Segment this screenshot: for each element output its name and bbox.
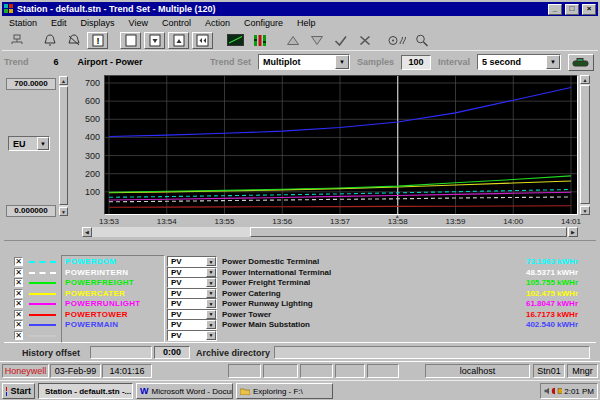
parameter-select[interactable]: PV▼ — [167, 309, 217, 320]
menu-item-station[interactable]: Station — [2, 18, 44, 28]
chevron-down-icon[interactable]: ▼ — [206, 278, 216, 287]
menu-item-help[interactable]: Help — [290, 18, 323, 28]
chevron-down-icon[interactable]: ▼ — [206, 268, 216, 277]
raise-button[interactable] — [282, 32, 303, 49]
tray-input-icon[interactable] — [557, 387, 562, 395]
chart-vertical-scrollbar[interactable]: ▲ ▼ — [580, 75, 590, 215]
taskbar-task-station[interactable]: Station - default.stn -... — [38, 383, 133, 399]
scrollbar-thumb[interactable] — [580, 85, 590, 204]
start-button[interactable]: Start — [2, 383, 35, 399]
pen-checkbox[interactable]: ✕ — [14, 320, 23, 329]
samples-input[interactable]: 100 — [401, 55, 431, 70]
parameter-select[interactable]: PV▼ — [167, 319, 217, 330]
trend-display-button[interactable] — [225, 32, 246, 49]
y-axis-label: 500 — [72, 114, 100, 124]
lower-button[interactable] — [306, 32, 327, 49]
parameter-select[interactable]: PV▼ — [167, 330, 217, 341]
volume-icon[interactable] — [544, 387, 549, 395]
pen-checkbox[interactable]: ✕ — [14, 257, 23, 266]
trend-set-select[interactable]: Multiplot ▼ — [258, 54, 350, 70]
range-scrollbar[interactable]: ▲ ▼ — [59, 76, 68, 216]
pen-checkbox[interactable]: ✕ — [14, 268, 23, 277]
pen-checkbox[interactable]: ✕ — [14, 278, 23, 287]
scroll-down-button[interactable]: ▼ — [580, 206, 590, 215]
group-display-button[interactable] — [249, 32, 270, 49]
chart-plot[interactable] — [105, 76, 577, 214]
menu-item-action[interactable]: Action — [198, 18, 237, 28]
accept-button[interactable] — [330, 32, 351, 49]
trend-label: Trend — [4, 57, 29, 67]
range-min-field[interactable]: 0.000000 — [6, 205, 56, 217]
minimize-button[interactable]: _ — [548, 4, 562, 15]
parameter-select[interactable]: PV▼ — [167, 298, 217, 309]
point-id-text[interactable]: POWERMAIN — [65, 320, 118, 329]
chevron-down-icon[interactable]: ▼ — [206, 331, 216, 340]
history-offset-input[interactable] — [90, 346, 152, 359]
alarm-button[interactable] — [39, 32, 60, 49]
taskbar-task-word[interactable]: W Microsoft Word - Document... — [136, 383, 233, 399]
search-button[interactable] — [411, 32, 432, 49]
menu-item-view[interactable]: View — [122, 18, 155, 28]
page-down-button[interactable] — [144, 32, 165, 49]
scrollbar-thumb[interactable] — [59, 86, 68, 205]
maximize-button[interactable]: □ — [565, 4, 579, 15]
chevron-down-icon[interactable]: ▼ — [37, 137, 49, 150]
archive-directory-label: Archive directory — [196, 348, 270, 358]
menu-item-configure[interactable]: Configure — [237, 18, 290, 28]
parameter-value: PV — [171, 268, 182, 277]
interval-value: 5 second — [482, 57, 521, 67]
point-id-text[interactable]: POWERCATER — [65, 289, 125, 298]
chart-horizontal-scrollbar[interactable]: ◀ ▶ — [82, 227, 578, 237]
alarm-silence-button[interactable] — [63, 32, 84, 49]
point-id-text[interactable]: POWERRUNLIGHT — [65, 299, 140, 308]
message-summary-button[interactable]: ! — [87, 32, 108, 49]
chevron-down-icon[interactable]: ▼ — [206, 320, 216, 329]
scroll-down-button[interactable]: ▼ — [59, 207, 68, 216]
page-button[interactable] — [120, 32, 141, 49]
scroll-right-button[interactable]: ▶ — [568, 227, 578, 237]
history-offset-value[interactable]: 0:00 — [154, 346, 190, 359]
point-id-text[interactable]: POWERFREIGHT — [65, 278, 134, 287]
pen-checkbox[interactable]: ✕ — [14, 310, 23, 319]
menu-item-control[interactable]: Control — [155, 18, 198, 28]
scroll-left-button[interactable]: ◀ — [82, 227, 92, 237]
pen-checkbox[interactable]: ✕ — [14, 299, 23, 308]
parameter-select[interactable]: PV▼ — [167, 277, 217, 288]
scrollbar-thumb[interactable] — [250, 227, 567, 237]
archive-directory-input[interactable] — [274, 346, 590, 359]
console-button[interactable] — [387, 32, 408, 49]
cancel-button[interactable] — [354, 32, 375, 49]
page-back-button[interactable] — [192, 32, 213, 49]
table-row: ✕ POWERDOM PV▼ Power Domestic Terminal 7… — [0, 257, 600, 267]
value-text: 61.8047 kWHr — [448, 299, 578, 308]
pen-checkbox[interactable]: ✕ — [14, 331, 23, 340]
table-row: ✕ POWERCATER PV▼ Power Catering 102.475 … — [0, 289, 600, 299]
description-text: Power International Terminal — [222, 268, 331, 277]
chevron-down-icon[interactable]: ▼ — [206, 257, 216, 266]
chevron-down-icon[interactable]: ▼ — [206, 299, 216, 308]
scroll-up-button[interactable]: ▲ — [59, 76, 68, 85]
unit-select[interactable]: EU ▼ — [8, 136, 50, 151]
interval-select[interactable]: 5 second ▼ — [477, 54, 561, 70]
range-max-field[interactable]: 700.0000 — [6, 78, 56, 90]
close-button[interactable]: × — [582, 4, 596, 15]
chevron-down-icon[interactable]: ▼ — [206, 289, 216, 298]
parameter-select[interactable]: PV▼ — [167, 288, 217, 299]
pen-checkbox[interactable]: ✕ — [14, 289, 23, 298]
network-button[interactable] — [6, 32, 27, 49]
tray-app-icon[interactable] — [551, 387, 556, 395]
chevron-down-icon[interactable]: ▼ — [335, 55, 349, 69]
chevron-down-icon[interactable]: ▼ — [546, 55, 560, 69]
trend-tool-button[interactable] — [568, 54, 594, 71]
point-id-text[interactable]: POWERINTERN — [65, 268, 128, 277]
page-up-button[interactable] — [168, 32, 189, 49]
point-id-text[interactable]: POWERTOWER — [65, 310, 128, 319]
parameter-select[interactable]: PV▼ — [167, 267, 217, 278]
point-id-text[interactable]: POWERDOM — [65, 257, 116, 266]
menu-item-edit[interactable]: Edit — [44, 18, 74, 28]
chevron-down-icon[interactable]: ▼ — [206, 310, 216, 319]
parameter-select[interactable]: PV▼ — [167, 256, 217, 267]
taskbar-task-exploring[interactable]: Exploring - F:\ — [236, 383, 333, 399]
menu-item-displays[interactable]: Displays — [74, 18, 122, 28]
scroll-up-button[interactable]: ▲ — [580, 75, 590, 84]
